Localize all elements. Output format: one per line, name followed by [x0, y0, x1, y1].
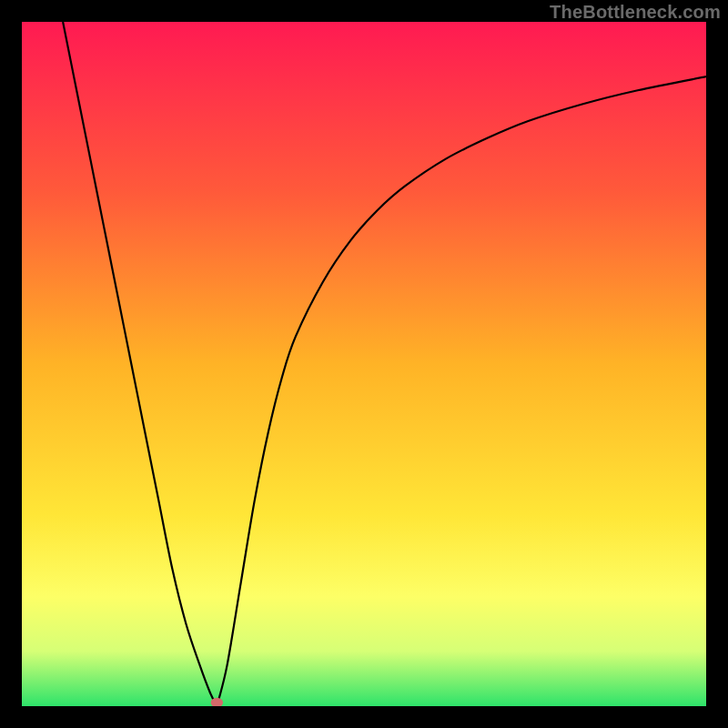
chart-frame	[22, 22, 706, 706]
watermark-text: TheBottleneck.com	[550, 2, 721, 23]
bottleneck-chart	[22, 22, 706, 706]
gradient-background	[22, 22, 706, 706]
